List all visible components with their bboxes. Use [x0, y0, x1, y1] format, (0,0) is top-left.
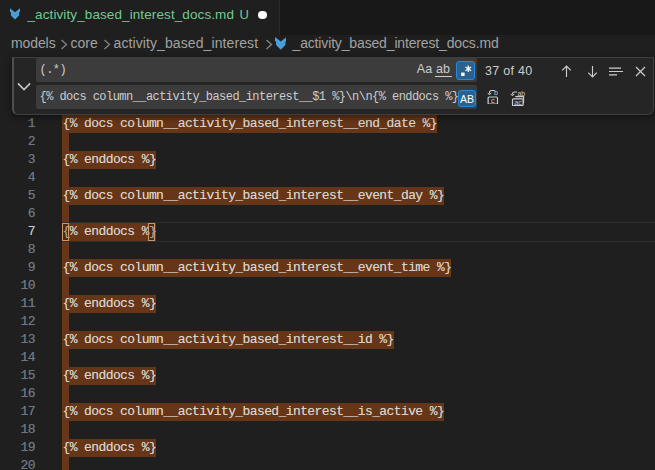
svg-text:ab: ab: [518, 90, 526, 97]
svg-text:b: b: [494, 89, 498, 96]
svg-text:ac: ac: [514, 98, 522, 106]
svg-text:c: c: [490, 96, 494, 104]
